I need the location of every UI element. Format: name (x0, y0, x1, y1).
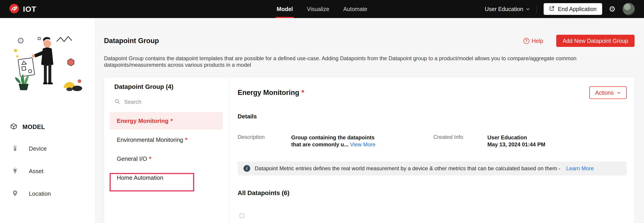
user-menu[interactable]: User Education (485, 6, 530, 12)
datapoints-table-header-partial (240, 213, 244, 218)
chevron-down-icon (526, 6, 530, 12)
nav-item-visualize[interactable]: Visualize (307, 0, 330, 18)
group-item-general-io[interactable]: General I/O * (110, 150, 223, 168)
details-title: Energy Monitoring * (238, 89, 304, 97)
nav-item-automate[interactable]: Automate (343, 0, 367, 18)
help-link[interactable]: ? Help (524, 38, 543, 44)
top-navbar: IOT Model Visualize Automate User Educat… (0, 0, 644, 18)
sidebar-item-device[interactable]: Device (0, 140, 95, 157)
search-box (114, 98, 228, 105)
navbar-right: User Education End Application ⚙ (485, 3, 635, 15)
info-icon: i (244, 165, 250, 172)
info-banner: i Datapoint Metric entries defines the r… (238, 161, 627, 175)
location-icon (12, 190, 18, 197)
required-star: * (302, 89, 304, 97)
nav-item-model[interactable]: Model (277, 0, 293, 18)
group-items: Energy Monitoring * Environmental Monito… (104, 112, 228, 186)
add-new-datapoint-group-button[interactable]: Add New Datapoint Group (556, 35, 634, 47)
details-section-title: Details (238, 113, 627, 120)
asset-icon (12, 167, 18, 175)
page-description: Datapoint Group contains the datapoint t… (104, 55, 620, 68)
end-application-label: End Application (558, 6, 596, 12)
page-title: Datapoint Group (104, 37, 159, 45)
description-value: Group containing the datapoints that are… (291, 134, 377, 148)
avatar[interactable] (622, 3, 635, 15)
required-star: * (149, 155, 151, 162)
iot-logo-icon (9, 3, 19, 15)
group-list-title: Datapoint Group (4) (114, 83, 228, 90)
group-list-pane: Datapoint Group (4) Energy Monitoring * … (104, 77, 229, 223)
sidebar-item-asset[interactable]: Asset (0, 163, 95, 179)
sidebar-item-asset-label: Asset (29, 168, 44, 175)
user-menu-label: User Education (485, 6, 523, 12)
group-item-home-automation[interactable]: Home Automation (110, 169, 223, 186)
required-star: * (170, 118, 173, 125)
end-application-button[interactable]: End Application (544, 3, 602, 15)
main-nav: Model Visualize Automate (277, 0, 368, 18)
required-star: * (185, 136, 188, 143)
group-item-energy-monitoring[interactable]: Energy Monitoring * (110, 112, 223, 130)
learn-more-link[interactable]: Learn More (566, 165, 594, 172)
sidebar-item-location[interactable]: Location (0, 185, 95, 202)
page-header: Datapoint Group ? Help Add New Datapoint… (104, 35, 634, 47)
info-banner-text: Datapoint Metric entries defines the rea… (255, 165, 560, 172)
navbar-separator (537, 5, 537, 13)
help-label: Help (532, 38, 543, 44)
actions-button[interactable]: Actions (589, 86, 627, 99)
view-more-link[interactable]: View More (350, 141, 375, 148)
chevron-down-icon (617, 89, 621, 96)
external-link-icon (549, 6, 555, 13)
group-details-pane: Energy Monitoring * Actions Details Desc… (229, 77, 634, 223)
group-item-environmental-monitoring[interactable]: Environmental Monitoring * (110, 131, 223, 149)
model-icon (10, 123, 18, 131)
created-at: May 13, 2024 01:44 PM (488, 141, 546, 148)
created-info-label: Created Info (434, 134, 488, 148)
details-grid: Description Group containing the datapoi… (238, 134, 627, 148)
select-all-checkbox[interactable] (240, 213, 244, 218)
description-label: Description (238, 134, 291, 140)
search-input[interactable] (124, 98, 197, 105)
sidebar-illustration (10, 30, 85, 97)
sidebar-item-location-label: Location (29, 190, 51, 197)
help-icon: ? (524, 38, 530, 44)
datapoint-group-card: Datapoint Group (4) Energy Monitoring * … (104, 77, 634, 223)
search-icon (114, 98, 120, 105)
sidebar-menu: MODEL Device (0, 120, 95, 202)
gear-icon[interactable]: ⚙ (609, 5, 616, 13)
main-content: Datapoint Group ? Help Add New Datapoint… (96, 18, 644, 223)
all-datapoints-title: All Datapoints (6) (238, 189, 627, 197)
sidebar-item-model-label: MODEL (22, 124, 45, 131)
device-icon (12, 145, 18, 152)
brand-name: IOT (23, 5, 36, 14)
sidebar-item-model[interactable]: MODEL (0, 120, 95, 134)
sidebar: MODEL Device (0, 18, 96, 223)
brand[interactable]: IOT (9, 3, 36, 15)
created-info-block: Created Info User Education May 13, 2024… (434, 134, 546, 148)
app-root: IOT Model Visualize Automate User Educat… (0, 0, 644, 223)
details-header: Energy Monitoring * Actions (238, 86, 627, 99)
created-by: User Education (488, 134, 546, 141)
created-info-value: User Education May 13, 2024 01:44 PM (488, 134, 546, 148)
sidebar-item-device-label: Device (29, 145, 46, 152)
